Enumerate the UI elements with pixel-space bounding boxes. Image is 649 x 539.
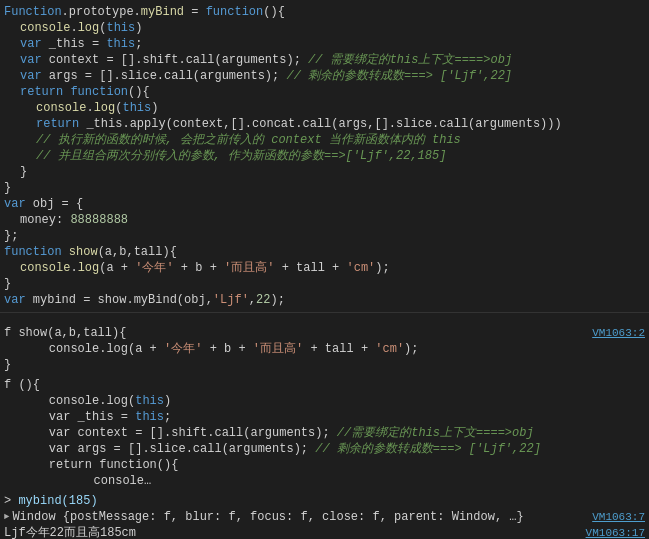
code-line-15: }; — [0, 228, 649, 244]
output-line-10: console… — [0, 473, 649, 489]
output-spacer — [0, 313, 649, 325]
window-object-line[interactable]: ► Window {postMessage: f, blur: f, focus… — [0, 509, 649, 525]
code-line-8: return _this.apply(context,[].concat.cal… — [0, 116, 649, 132]
code-line-16: function show(a,b,tall){ — [0, 244, 649, 260]
output-line-9: return function(){ — [0, 457, 649, 473]
output-line-6: var _this = this; — [0, 409, 649, 425]
code-line-4: var context = [].shift.call(arguments); … — [0, 52, 649, 68]
code-line-18: } — [0, 276, 649, 292]
this-keyword: this — [106, 20, 135, 36]
code-line-10: // 并且组合两次分别传入的参数, 作为新函数的参数==>['Ljf',22,1… — [0, 148, 649, 164]
kw-function: Function — [4, 4, 62, 20]
code-line-1: Function.prototype.myBind = function(){ — [0, 4, 649, 20]
output-line-4: f (){ — [0, 377, 649, 393]
code-line-9: // 执行新的函数的时候, 会把之前传入的 context 当作新函数体内的 t… — [0, 132, 649, 148]
output-line-2: console.log(a + '今年' + b + '而且高' + tall … — [0, 341, 649, 357]
code-line-3: var _this = this; — [0, 36, 649, 52]
output-line-3: } — [0, 357, 649, 373]
result-line: Ljf今年22而且高185cm VM1063:17 — [0, 525, 649, 539]
vm-link-1[interactable]: VM1063:2 — [592, 325, 645, 341]
output-line-5: console.log(this) — [0, 393, 649, 409]
code-line-13: var obj = { — [0, 196, 649, 212]
code-line-14: money: 88888888 — [0, 212, 649, 228]
code-section: Function.prototype.myBind = function(){ … — [0, 0, 649, 313]
code-line-2: console.log(this) — [0, 20, 649, 36]
console-output-section: f show(a,b,tall){ VM1063:2 console.log(a… — [0, 325, 649, 539]
code-line-5: var args = [].slice.call(arguments); // … — [0, 68, 649, 84]
code-line-7: console.log(this) — [0, 100, 649, 116]
vm-link-window[interactable]: VM1063:7 — [592, 509, 645, 525]
output-line-8: var args = [].slice.call(arguments); // … — [0, 441, 649, 457]
mybind-text: mybind(185) — [18, 493, 97, 509]
code-line-17: console.log(a + '今年' + b + '而且高' + tall … — [0, 260, 649, 276]
mybind-call-line: > mybind(185) — [0, 493, 649, 509]
vm-link-result[interactable]: VM1063:17 — [586, 525, 645, 539]
code-line-6: return function(){ — [0, 84, 649, 100]
code-line-11: } — [0, 164, 649, 180]
code-line-12: } — [0, 180, 649, 196]
code-line-19: var mybind = show.myBind(obj,'Ljf',22); — [0, 292, 649, 308]
console-container: Function.prototype.myBind = function(){ … — [0, 0, 649, 539]
result-text: Ljf今年22而且高185cm — [4, 525, 136, 539]
expand-arrow-icon: ► — [4, 509, 9, 525]
output-line-1: f show(a,b,tall){ VM1063:2 — [0, 325, 649, 341]
output-line-7: var context = [].shift.call(arguments); … — [0, 425, 649, 441]
